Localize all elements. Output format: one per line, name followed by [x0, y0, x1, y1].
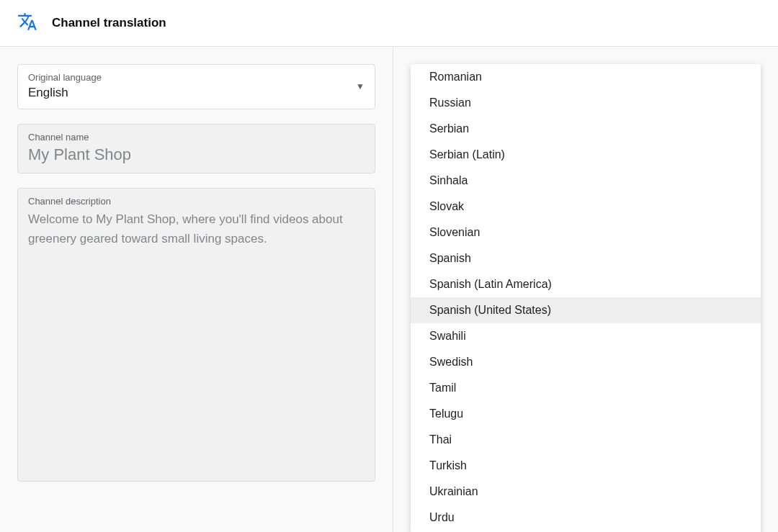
- content: Original language English ▼ Channel name…: [0, 47, 778, 532]
- language-option[interactable]: Spanish (United States): [411, 297, 761, 323]
- language-option[interactable]: Spanish: [411, 245, 761, 271]
- translate-icon: [17, 12, 37, 35]
- original-language-dropdown[interactable]: Original language English ▼: [17, 64, 375, 109]
- language-option[interactable]: Tamil: [411, 375, 761, 401]
- language-option[interactable]: Telugu: [411, 401, 761, 427]
- original-language-value: English: [28, 86, 356, 100]
- language-option[interactable]: Thai: [411, 427, 761, 453]
- language-option[interactable]: Serbian: [411, 116, 761, 142]
- channel-description-label: Channel description: [28, 196, 365, 207]
- channel-description-field: Channel description Welcome to My Plant …: [17, 188, 375, 482]
- language-option[interactable]: Sinhala: [411, 168, 761, 194]
- language-option[interactable]: Romanian: [411, 64, 761, 90]
- language-dropdown[interactable]: RomanianRussianSerbianSerbian (Latin)Sin…: [411, 64, 761, 532]
- language-option[interactable]: Swahili: [411, 323, 761, 349]
- channel-name-field: Channel name My Plant Shop: [17, 124, 375, 173]
- chevron-down-icon: ▼: [356, 81, 365, 91]
- header: Channel translation: [0, 0, 778, 47]
- language-option[interactable]: Spanish (Latin America): [411, 271, 761, 297]
- channel-name-label: Channel name: [28, 132, 365, 143]
- language-option[interactable]: Ukrainian: [411, 479, 761, 505]
- language-option[interactable]: Turkish: [411, 453, 761, 479]
- language-option[interactable]: Swedish: [411, 349, 761, 375]
- language-option[interactable]: Serbian (Latin): [411, 142, 761, 168]
- language-option[interactable]: Russian: [411, 90, 761, 116]
- channel-description-value: Welcome to My Plant Shop, where you'll f…: [28, 209, 365, 248]
- left-panel: Original language English ▼ Channel name…: [0, 47, 393, 532]
- original-language-label: Original language: [28, 72, 356, 83]
- right-panel: RomanianRussianSerbianSerbian (Latin)Sin…: [393, 47, 778, 532]
- language-option[interactable]: Slovak: [411, 194, 761, 220]
- page-title: Channel translation: [52, 16, 166, 30]
- language-option[interactable]: Urdu: [411, 505, 761, 531]
- language-option[interactable]: Slovenian: [411, 220, 761, 245]
- channel-name-value: My Plant Shop: [28, 145, 365, 164]
